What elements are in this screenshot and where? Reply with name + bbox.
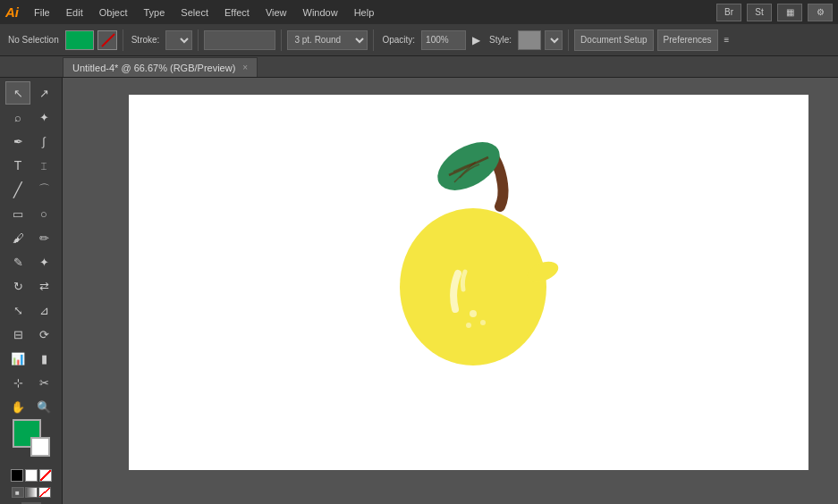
menu-edit[interactable]: Edit xyxy=(62,5,88,20)
tab-title: Untitled-4* @ 66.67% (RGB/Preview) xyxy=(72,63,235,73)
blob-brush-tool-btn[interactable]: ✏ xyxy=(31,226,56,249)
selection-tool-btn[interactable]: ↖ xyxy=(5,81,30,105)
ellipse-tool-btn[interactable]: ○ xyxy=(31,202,56,225)
title-bar: Ai File Edit Object Type Select Effect V… xyxy=(0,0,838,24)
hand-tool-btn[interactable]: ✋ xyxy=(5,395,30,418)
tool-row-3: ✒ ∫ xyxy=(5,130,56,153)
menu-effect[interactable]: Effect xyxy=(220,5,254,20)
gradient-btn[interactable] xyxy=(25,487,38,498)
warp-tool-btn[interactable]: ⟳ xyxy=(31,323,56,346)
default-colors-row xyxy=(11,469,52,482)
tool-row-9: ↻ ⇄ xyxy=(5,274,56,298)
tool-row-13: ⊹ ✂ xyxy=(5,371,56,394)
shear-tool-btn[interactable]: ⊿ xyxy=(31,298,56,322)
tool-row-2: ⌕ ✦ xyxy=(5,105,56,129)
style-select[interactable]: ▼ xyxy=(545,30,563,50)
document-tabs: Untitled-4* @ 66.67% (RGB/Preview) × xyxy=(0,56,838,78)
tab-close-button[interactable]: × xyxy=(242,63,248,72)
reflect-tool-btn[interactable]: ⇄ xyxy=(31,274,56,298)
canvas-area[interactable] xyxy=(63,78,838,504)
menu-help[interactable]: Help xyxy=(350,5,379,20)
stroke-select[interactable]: ▲ xyxy=(165,30,192,50)
document-setup-button[interactable]: Document Setup xyxy=(574,29,654,51)
opacity-input[interactable] xyxy=(421,30,466,50)
type-tool-btn[interactable]: T xyxy=(5,154,30,177)
default-fill-swatch[interactable] xyxy=(11,469,23,482)
tool-row-4: T ⌶ xyxy=(5,154,56,177)
tool-row-5: ╱ ⌒ xyxy=(5,178,56,201)
column-graph-tool-btn[interactable]: ▮ xyxy=(31,347,56,370)
svg-point-4 xyxy=(480,320,486,325)
scale-tool-btn[interactable]: ⤡ xyxy=(5,298,30,322)
color-swatch-group xyxy=(13,419,50,457)
document-tab[interactable]: Untitled-4* @ 66.67% (RGB/Preview) × xyxy=(63,57,258,77)
opacity-label: Opacity: xyxy=(379,33,418,46)
lasso-tool-btn[interactable]: ⌕ xyxy=(5,105,30,129)
main-area: ↖ ↗ ⌕ ✦ ✒ ∫ T ⌶ ╱ ⌒ ▭ ○ 🖌 ✏ ✎ ✦ xyxy=(0,78,838,504)
menu-select[interactable]: Select xyxy=(176,5,213,20)
menu-type[interactable]: Type xyxy=(140,5,170,20)
none-color-swatch[interactable] xyxy=(39,469,52,482)
paintbrush-tool-btn[interactable]: 🖌 xyxy=(5,226,30,249)
preferences-button[interactable]: Preferences xyxy=(657,29,718,51)
menu-window[interactable]: Window xyxy=(299,5,343,20)
pencil-tool-btn[interactable]: ✎ xyxy=(5,250,30,273)
shaper-tool-btn[interactable]: ✦ xyxy=(31,250,56,273)
graph-tool-btn[interactable]: 📊 xyxy=(5,347,30,370)
opacity-expand[interactable]: ▶ xyxy=(470,32,483,48)
artboard xyxy=(129,95,808,470)
tool-row-6: ▭ ○ xyxy=(5,202,56,225)
menu-file[interactable]: File xyxy=(30,5,55,20)
tool-row-7: 🖌 ✏ xyxy=(5,226,56,249)
fill-color-swatch[interactable] xyxy=(65,30,94,50)
title-icon-group: Br St ▦ ⚙ xyxy=(716,4,833,21)
style-swatch[interactable] xyxy=(518,30,541,50)
tool-row-14: ✋ 🔍 xyxy=(5,395,56,418)
svg-point-3 xyxy=(470,310,477,317)
rotate-tool-btn[interactable]: ↻ xyxy=(5,274,30,298)
tool-row-12: 📊 ▮ xyxy=(5,347,56,370)
swatch-overlap xyxy=(39,446,47,453)
separator-3 xyxy=(281,29,282,51)
color-area: ■ ⇄ xyxy=(11,419,52,504)
svg-point-5 xyxy=(466,323,471,328)
solid-color-btn[interactable]: ■ xyxy=(12,487,24,498)
zoom-tool-btn[interactable]: 🔍 xyxy=(31,395,56,418)
direct-select-tool-btn[interactable]: ↗ xyxy=(31,81,56,105)
bridge-icon[interactable]: Br xyxy=(716,4,741,21)
lemon-illustration xyxy=(379,122,576,381)
separator-5 xyxy=(568,29,569,51)
separator-1 xyxy=(123,29,123,51)
pen-tool-btn[interactable]: ✒ xyxy=(5,130,30,153)
style-label: Style: xyxy=(487,33,514,46)
default-stroke-swatch[interactable] xyxy=(25,469,38,482)
stroke-width-select[interactable]: 3 pt. Round xyxy=(287,30,368,50)
tool-row-1: ↖ ↗ xyxy=(5,81,56,105)
curvature-tool-btn[interactable]: ∫ xyxy=(31,130,56,153)
tool-row-8: ✎ ✦ xyxy=(5,250,56,273)
grid-icon[interactable]: ▦ xyxy=(777,4,802,21)
separator-2 xyxy=(198,29,199,51)
slice-tool-btn[interactable]: ⊹ xyxy=(5,371,30,394)
stroke-bar xyxy=(204,30,275,50)
stroke-label: Stroke: xyxy=(129,33,163,46)
stroke-icon[interactable] xyxy=(97,30,117,50)
arc-tool-btn[interactable]: ⌒ xyxy=(31,178,56,201)
toolbar-extra[interactable]: ≡ xyxy=(722,33,732,46)
line-tool-btn[interactable]: ╱ xyxy=(5,178,30,201)
left-toolbar: ↖ ↗ ⌕ ✦ ✒ ∫ T ⌶ ╱ ⌒ ▭ ○ 🖌 ✏ ✎ ✦ xyxy=(0,78,63,504)
color-mode-row: ■ xyxy=(12,487,51,498)
none-btn[interactable] xyxy=(38,487,51,498)
stock-icon[interactable]: St xyxy=(747,4,772,21)
vertical-type-tool-btn[interactable]: ⌶ xyxy=(31,154,56,177)
scissors-tool-btn[interactable]: ✂ xyxy=(31,371,56,394)
menu-object[interactable]: Object xyxy=(95,5,132,20)
control-toolbar: No Selection Stroke: ▲ 3 pt. Round Opaci… xyxy=(0,24,838,56)
menu-view[interactable]: View xyxy=(261,5,292,20)
rect-tool-btn[interactable]: ▭ xyxy=(5,202,30,225)
tool-row-10: ⤡ ⊿ xyxy=(5,298,56,322)
extensions-icon[interactable]: ⚙ xyxy=(808,4,833,21)
magic-wand-tool-btn[interactable]: ✦ xyxy=(31,105,56,129)
selection-label: No Selection xyxy=(5,33,62,46)
width-tool-btn[interactable]: ⊟ xyxy=(5,323,30,346)
